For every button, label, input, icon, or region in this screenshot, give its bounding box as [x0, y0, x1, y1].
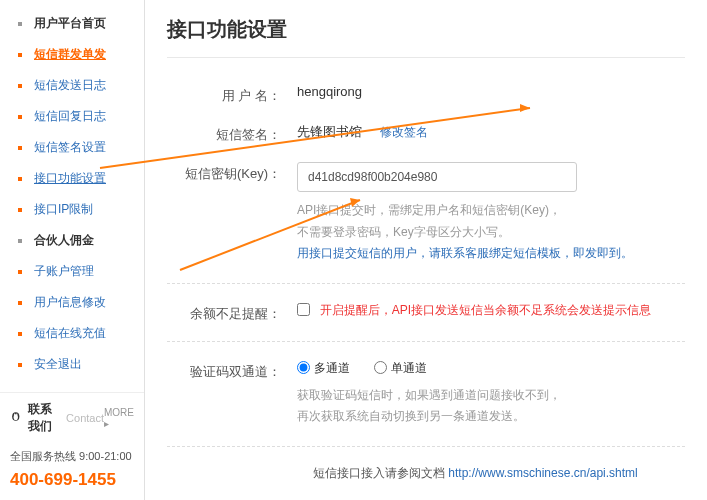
key-hint: API接口提交时，需绑定用户名和短信密钥(Key)， 不需要登录密码，Key字母… [297, 200, 685, 265]
nav-partner[interactable]: 合伙人佣金 [0, 225, 144, 256]
key-label: 短信密钥(Key)： [167, 162, 297, 183]
hotline-number: 400-699-1455 [0, 470, 144, 496]
balance-text: 开启提醒后，API接口发送短信当余额不足系统会发送提示信息 [320, 303, 651, 317]
footer-note: 短信接口接入请参阅文档 http://www.smschinese.cn/api… [167, 465, 685, 482]
balance-label: 余额不足提醒： [167, 302, 297, 323]
sign-value: 先锋图书馆 [297, 124, 362, 139]
key-input[interactable] [297, 162, 577, 192]
nav-userinfo[interactable]: 用户信息修改 [0, 287, 144, 318]
page-title: 接口功能设置 [167, 16, 685, 58]
nav-api-setting[interactable]: 接口功能设置 [0, 163, 144, 194]
sign-label: 短信签名： [167, 123, 297, 144]
svg-point-2 [14, 414, 15, 415]
sidebar: 用户平台首页 短信群发单发 短信发送日志 短信回复日志 短信签名设置 接口功能设… [0, 0, 145, 500]
svg-point-3 [16, 414, 17, 415]
nav-sign-setting[interactable]: 短信签名设置 [0, 132, 144, 163]
contact-header: 联系我们 Contact MORE ▸ [0, 392, 144, 443]
nav-reply-log[interactable]: 短信回复日志 [0, 101, 144, 132]
channel-label: 验证码双通道： [167, 360, 297, 381]
hotline-label: 全国服务热线 9:00-21:00 [0, 443, 144, 470]
more-link[interactable]: MORE ▸ [104, 407, 134, 429]
user-label: 用 户 名： [167, 84, 297, 105]
radio-single[interactable]: 单通道 [374, 361, 427, 375]
balance-checkbox[interactable] [297, 303, 310, 316]
nav-sms-send[interactable]: 短信群发单发 [0, 39, 144, 70]
edit-sign-link[interactable]: 修改签名 [380, 125, 428, 139]
nav-send-log[interactable]: 短信发送日志 [0, 70, 144, 101]
user-value: hengqirong [297, 84, 685, 99]
nav-logout[interactable]: 安全退出 [0, 349, 144, 380]
svg-point-1 [14, 414, 18, 420]
api-doc-link[interactable]: http://www.smschinese.cn/api.shtml [448, 466, 637, 480]
nav-recharge[interactable]: 短信在线充值 [0, 318, 144, 349]
channel-hint: 获取验证码短信时，如果遇到通道问题接收不到， 再次获取系统自动切换到另一条通道发… [297, 385, 685, 428]
nav-ip-limit[interactable]: 接口IP限制 [0, 194, 144, 225]
qq-line: 在线企业QQ：4006991455 [0, 496, 144, 500]
main-content: 接口功能设置 用 户 名： hengqirong 短信签名： 先锋图书馆 修改签… [145, 0, 707, 500]
penguin-icon [10, 410, 22, 426]
nav-home[interactable]: 用户平台首页 [0, 8, 144, 39]
radio-multi[interactable]: 多通道 [297, 361, 350, 375]
nav-subaccount[interactable]: 子账户管理 [0, 256, 144, 287]
